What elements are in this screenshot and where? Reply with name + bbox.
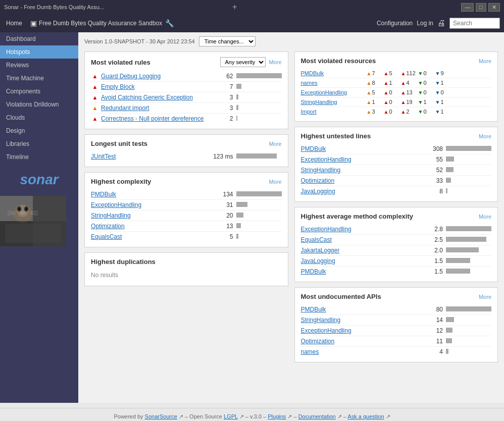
mvr-icon-0-4: ▼ [435,71,440,76]
undoc-name-2[interactable]: ExceptionHandling [301,327,426,334]
most-violated-resources-header: Most violated resources More [301,57,492,65]
footer-lgpl[interactable]: LGPL [224,413,238,419]
untested-name-1[interactable]: ExceptionHandling [301,156,426,163]
avg-complexity-name-3[interactable]: JavaLogging [301,257,426,265]
undoc-name-1[interactable]: StringHandling [301,317,426,324]
undoc-name-4[interactable]: names [301,348,426,355]
longest-unit-tests-more[interactable]: More [269,141,281,147]
complexity-name-3[interactable]: Optimization [91,223,216,230]
avg-complexity-name-0[interactable]: ExceptionHandling [301,226,426,233]
most-violated-resources-section: Most violated resources More PMDBulk ▲7 … [294,51,498,122]
rule-name-0[interactable]: Guard Debug Logging [101,73,216,80]
column-right: Most violated resources More PMDBulk ▲7 … [294,51,498,362]
sidebar-item-reviews[interactable]: Reviews [0,59,78,72]
mvr-name-3[interactable]: StringHandling [301,99,367,105]
footer-version: v.3.0 [250,413,262,419]
untested-name-4[interactable]: JavaLogging [301,188,426,195]
footer-documentation[interactable]: Documentation [298,413,336,419]
most-undocumented-apis-more[interactable]: More [479,294,491,300]
footer-ask-question[interactable]: Ask a question [347,413,384,419]
mvr-icon-4-4: ▼ [435,109,440,115]
untested-name-2[interactable]: StringHandling [301,167,426,174]
mvr-icon-3-1: ▲ [384,99,389,105]
rule-name-3[interactable]: Redundant import [101,104,216,112]
footer-plugins[interactable]: Plugins [268,413,286,419]
lut-bar-0 [236,153,282,160]
most-violated-rules-more[interactable]: More [269,59,281,65]
undoc-bar-fill-1 [446,317,454,322]
sidebar-item-clouds[interactable]: Clouds [0,111,78,124]
mvr-name-0[interactable]: PMDBulk [301,70,367,76]
rule-value-4: 2 [216,115,233,122]
untested-bar-2 [446,167,491,174]
mvr-icon-1-3: ▼ [418,80,423,86]
untested-value-3: 33 [425,177,443,184]
undoc-value-4: 4 [425,348,443,355]
sidebar-item-design[interactable]: Design [0,124,78,137]
rule-name-1[interactable]: Empty Block [101,83,216,90]
sidebar-item-dashboard[interactable]: Dashboard [0,32,78,45]
complexity-name-0[interactable]: PMDBulk [91,191,216,198]
undoc-bar-fill-2 [446,328,452,333]
sidebar-item-hotspots[interactable]: Hotspots [0,45,78,59]
close-button[interactable]: ✕ [488,3,500,12]
avg-complexity-bar-fill-4 [446,269,470,274]
rule-name-4[interactable]: Correctness - Null pointer dereference [101,115,216,122]
untested-name-0[interactable]: PMDBulk [301,145,426,152]
footer-sonar-source[interactable]: SonarSource [145,413,177,419]
untested-bar-fill-4 [446,188,447,193]
complexity-bar-fill-4 [236,234,238,239]
complexity-name-1[interactable]: ExceptionHandling [91,201,216,208]
complexity-name-2[interactable]: StringHandling [91,212,216,219]
mvr-name-4[interactable]: Import [301,109,367,115]
sidebar-item-components[interactable]: Components [0,85,78,98]
highest-complexity-more[interactable]: More [269,179,281,185]
highest-untested-lines-header: Highest untested lines More [301,132,492,140]
undoc-value-2: 12 [425,327,443,334]
lut-name-0[interactable]: JUnitTest [91,153,206,160]
untested-bar-4 [446,188,491,195]
avg-complexity-value-0: 2.8 [425,226,443,233]
undoc-row-0: PMDBulk 80 [301,304,492,315]
severity-icon-1: ▲ [91,84,99,90]
avg-complexity-name-4[interactable]: PMDBulk [301,268,426,275]
time-changes-dropdown[interactable]: Time changes... [199,36,256,46]
rule-name-2[interactable]: Avoid Catching Generic Exception [101,94,216,101]
mvr-name-2[interactable]: ExceptionHandling [301,89,367,95]
avg-complexity-name-2[interactable]: JakartaLogger [301,247,426,254]
minimize-button[interactable]: — [461,3,474,12]
most-undocumented-apis-title: Most undocumented APIs [301,293,381,300]
highest-complexity-title: Highest complexity [91,178,151,185]
most-violated-resources-more[interactable]: More [479,58,491,64]
wrench-icon[interactable]: 🔧 [165,19,174,27]
sidebar-item-timeline[interactable]: Timeline [0,150,78,164]
highest-untested-lines-more[interactable]: More [479,133,491,139]
new-tab-button[interactable]: + [232,3,237,12]
avg-complexity-bar-fill-3 [446,258,470,263]
mvr-val-1-1: 1 [389,80,392,86]
highest-avg-complexity-more[interactable]: More [479,214,491,220]
config-link[interactable]: Configuration [377,20,413,27]
print-icon[interactable]: 🖨 [437,19,445,28]
undoc-row-3: Optimization 11 [301,336,492,347]
avg-complexity-value-2: 2.0 [425,247,443,254]
maximize-button[interactable]: □ [476,3,486,12]
undoc-name-0[interactable]: PMDBulk [301,306,426,313]
complexity-name-4[interactable]: EqualsCast [91,233,216,240]
severity-icon-2: ▲ [91,94,99,100]
avg-complexity-row-3: JavaLogging 1.5 [301,256,492,267]
untested-name-3[interactable]: Optimization [301,177,426,184]
mvr-name-1[interactable]: names [301,80,367,86]
search-input[interactable] [449,18,500,29]
sidebar-item-libraries[interactable]: Libraries [0,137,78,150]
login-link[interactable]: Log in [417,20,433,27]
undoc-name-3[interactable]: Optimization [301,338,426,345]
severity-select[interactable]: Any severity Critical Major Minor Info [220,57,266,67]
undoc-bar-3 [446,338,491,345]
avg-complexity-name-1[interactable]: EqualsCast [301,236,426,243]
mvr-icon-0-2: ▲ [401,71,406,76]
sidebar-item-time-machine[interactable]: Time Machine [0,72,78,85]
sidebar-item-violations-drilldown[interactable]: Violations Drilldown [0,98,78,111]
most-violated-rules-row-0: ▲ Guard Debug Logging 62 [91,71,282,82]
home-link[interactable]: Home [4,16,24,31]
